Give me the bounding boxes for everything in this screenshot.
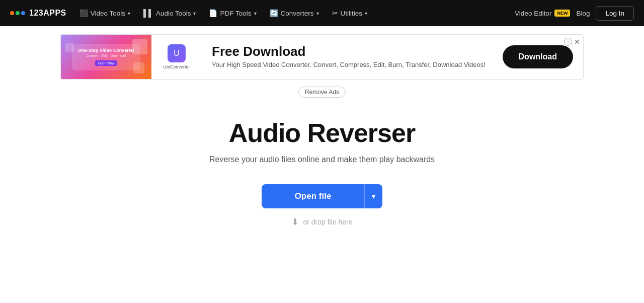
nav-right: Video Editor NEW Blog Log In [515, 6, 634, 21]
open-file-dropdown-button[interactable]: ▾ [364, 184, 382, 208]
nav-converters[interactable]: 🔄 Converters ▾ [265, 6, 324, 20]
ad-image-cta[interactable]: Get it Now [95, 60, 118, 66]
main-content: Audio Reverser Reverse your audio files … [0, 98, 644, 258]
logo[interactable]: 123APPS [10, 9, 66, 18]
ad-download-button[interactable]: Download [503, 45, 573, 68]
audio-tools-icon: ▌▌ [143, 9, 153, 17]
ad-close-button[interactable]: ✕ [574, 38, 580, 45]
logo-text: 123APPS [29, 9, 66, 18]
utilities-icon: ✂ [332, 9, 338, 17]
video-editor-link[interactable]: Video Editor NEW [515, 10, 570, 17]
converters-chevron-icon: ▾ [316, 11, 319, 16]
ad-close-section: i ✕ [564, 38, 580, 46]
ad-container: One-Stop Video Converter Convert · Edit … [0, 26, 644, 84]
video-editor-label: Video Editor [515, 10, 551, 17]
logo-dot-blue [21, 11, 25, 15]
ad-image-subtext: Convert · Edit · Download [78, 54, 134, 57]
ad-image-text: One-Stop Video Converter [78, 48, 134, 53]
ad-image: One-Stop Video Converter Convert · Edit … [61, 34, 151, 80]
nav-converters-label: Converters [281, 10, 314, 17]
ad-info-icon[interactable]: i [564, 38, 572, 46]
nav-pdf-tools-label: PDF Tools [220, 10, 251, 17]
pdf-tools-icon: 📄 [209, 9, 217, 17]
ad-headline: Free Download [212, 44, 493, 59]
navbar: 123APPS ⬛ Video Tools ▾ ▌▌ Audio Tools ▾… [0, 0, 644, 26]
nav-audio-tools-label: Audio Tools [156, 10, 191, 17]
blog-link[interactable]: Blog [576, 10, 590, 17]
ad-logo-icon: U [168, 44, 186, 62]
logo-dots [10, 11, 25, 15]
nav-audio-tools[interactable]: ▌▌ Audio Tools ▾ [138, 6, 201, 20]
drop-zone[interactable]: ⬇ or drop file here [291, 216, 352, 228]
open-file-button-group: Open file ▾ [262, 184, 382, 208]
ad-logo-section: U UniConverter [151, 39, 202, 74]
ad-image-inner: One-Stop Video Converter Convert · Edit … [72, 44, 140, 70]
drop-text: or drop file here [303, 218, 352, 226]
utilities-chevron-icon: ▾ [365, 11, 367, 16]
audio-tools-chevron-icon: ▾ [193, 11, 196, 16]
converters-icon: 🔄 [270, 9, 278, 17]
video-tools-chevron-icon: ▾ [128, 11, 130, 16]
logo-dot-green [16, 11, 20, 15]
ad-description: Your High Speed Video Converter. Convert… [212, 60, 493, 69]
remove-ads-section: Remove Ads [0, 87, 644, 98]
ad-logo-name: UniConverter [163, 64, 190, 69]
video-tools-icon: ⬛ [79, 9, 88, 17]
new-badge: NEW [554, 10, 570, 17]
download-icon: ⬇ [291, 216, 299, 228]
nav-utilities-label: Utilities [341, 10, 363, 17]
pdf-tools-chevron-icon: ▾ [254, 11, 257, 16]
ad-content: Free Download Your High Speed Video Conv… [202, 44, 503, 69]
nav-video-tools-label: Video Tools [91, 10, 125, 17]
login-button[interactable]: Log In [596, 6, 634, 21]
nav-video-tools[interactable]: ⬛ Video Tools ▾ [74, 6, 135, 20]
open-file-button[interactable]: Open file [262, 184, 364, 208]
page-subtitle: Reverse your audio files online and make… [209, 155, 435, 164]
page-title: Audio Reverser [229, 118, 415, 148]
nav-utilities[interactable]: ✂ Utilities ▾ [327, 6, 373, 20]
remove-ads-button[interactable]: Remove Ads [298, 87, 346, 98]
nav-pdf-tools[interactable]: 📄 PDF Tools ▾ [204, 6, 261, 20]
chevron-down-icon: ▾ [372, 192, 375, 200]
ad-banner: One-Stop Video Converter Convert · Edit … [60, 34, 584, 80]
open-file-section: Open file ▾ ⬇ or drop file here [262, 184, 382, 228]
logo-dot-orange [10, 11, 14, 15]
